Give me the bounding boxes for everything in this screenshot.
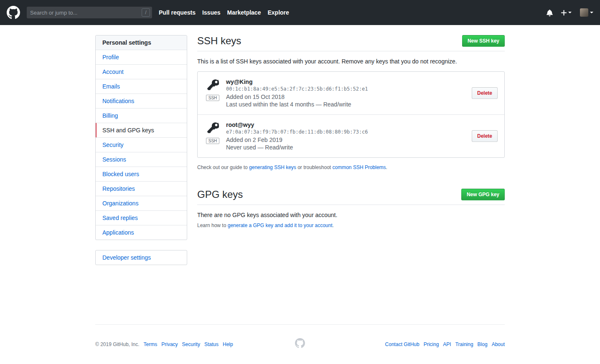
sidebar-item-billing[interactable]: Billing bbox=[96, 108, 187, 123]
ssh-key-name: wy@King bbox=[226, 78, 465, 85]
octocat-icon bbox=[295, 338, 305, 348]
common-ssh-problems-link[interactable]: common SSH Problems bbox=[333, 164, 386, 170]
sidebar-item-sessions[interactable]: Sessions bbox=[96, 152, 187, 167]
sidebar-item-repositories[interactable]: Repositories bbox=[96, 181, 187, 196]
ssh-keys-description: This is a list of SSH keys associated wi… bbox=[197, 58, 505, 65]
sidebar-item-applications[interactable]: Applications bbox=[96, 225, 187, 240]
generate-gpg-key-link[interactable]: generate a GPG key and add it to your ac… bbox=[228, 222, 333, 228]
footer-link-pricing[interactable]: Pricing bbox=[424, 341, 439, 347]
ssh-key-usage: Last used within the last 4 months — Rea… bbox=[226, 101, 465, 108]
sidebar-item-notifications[interactable]: Notifications bbox=[96, 94, 187, 108]
ssh-key-row: SSH wy@King 00:1c:b1:8a:49:e5:5a:2f:7c:2… bbox=[198, 72, 504, 114]
gpg-help-text: . bbox=[333, 222, 334, 228]
plus-icon bbox=[561, 9, 567, 16]
ssh-key-added-date: Added on 15 Oct 2018 bbox=[226, 94, 465, 100]
page-footer: © 2019 GitHub, Inc. Terms Privacy Securi… bbox=[95, 324, 505, 364]
ssh-key-usage: Never used — Read/write bbox=[226, 144, 465, 151]
footer-link-privacy[interactable]: Privacy bbox=[161, 341, 178, 347]
sidebar-item-emails[interactable]: Emails bbox=[96, 79, 187, 94]
new-gpg-key-button[interactable]: New GPG key bbox=[461, 189, 505, 200]
gpg-keys-title: GPG keys bbox=[197, 189, 243, 200]
ssh-help-text: Check out our guide to bbox=[197, 164, 249, 170]
ssh-badge: SSH bbox=[206, 95, 220, 101]
settings-main: SSH keys New SSH key This is a list of S… bbox=[197, 35, 505, 275]
gpg-help-text: Learn how to bbox=[197, 222, 228, 228]
header-right-controls bbox=[538, 8, 593, 17]
delete-ssh-key-button[interactable]: Delete bbox=[472, 87, 498, 99]
ssh-key-fingerprint: e7:0a:07:3a:f9:7b:07:fb:de:11:db:08:80:9… bbox=[226, 129, 465, 135]
ssh-key-info: root@wyy e7:0a:07:3a:f9:7b:07:fb:de:11:d… bbox=[226, 121, 465, 151]
ssh-key-figure: SSH bbox=[204, 78, 221, 101]
top-navbar: / Pull requests Issues Marketplace Explo… bbox=[0, 0, 600, 25]
footer-right-links: Contact GitHub Pricing API Training Blog… bbox=[381, 341, 505, 347]
primary-nav: Pull requests Issues Marketplace Explore bbox=[159, 9, 296, 16]
footer-link-status[interactable]: Status bbox=[204, 341, 219, 347]
developer-settings-menu: Developer settings bbox=[95, 250, 187, 265]
search-box[interactable]: / bbox=[27, 7, 152, 18]
sidebar-item-account[interactable]: Account bbox=[96, 64, 187, 79]
gpg-help-note: Learn how to generate a GPG key and add … bbox=[197, 222, 505, 228]
ssh-key-info: wy@King 00:1c:b1:8a:49:e5:5a:2f:7c:23:5b… bbox=[226, 78, 465, 108]
footer-link-terms[interactable]: Terms bbox=[144, 341, 158, 347]
personal-settings-menu: Personal settings Profile Account Emails… bbox=[95, 35, 187, 240]
ssh-help-note: Check out our guide to generating SSH ke… bbox=[197, 164, 505, 170]
chevron-down-icon bbox=[568, 12, 572, 13]
key-icon bbox=[206, 121, 219, 136]
octocat-icon bbox=[7, 6, 20, 19]
nav-pull-requests[interactable]: Pull requests bbox=[159, 9, 196, 16]
sidebar-item-blocked-users[interactable]: Blocked users bbox=[96, 167, 187, 181]
delete-ssh-key-button[interactable]: Delete bbox=[472, 130, 498, 142]
github-logo[interactable] bbox=[7, 6, 20, 19]
footer-github-logo[interactable] bbox=[295, 338, 305, 349]
copyright-text: © 2019 GitHub, Inc. bbox=[95, 341, 140, 347]
sidebar-item-ssh-gpg-keys[interactable]: SSH and GPG keys bbox=[96, 123, 187, 137]
bell-icon bbox=[547, 9, 553, 16]
footer-left-links: © 2019 GitHub, Inc. Terms Privacy Securi… bbox=[95, 341, 237, 347]
sidebar-item-security[interactable]: Security bbox=[96, 137, 187, 152]
nav-issues[interactable]: Issues bbox=[202, 9, 221, 16]
notifications-button[interactable] bbox=[547, 9, 553, 16]
personal-settings-heading: Personal settings bbox=[96, 35, 187, 50]
gpg-keys-section: GPG keys New GPG key There are no GPG ke… bbox=[197, 189, 505, 228]
ssh-help-text: or troubleshoot bbox=[296, 164, 333, 170]
ssh-key-name: root@wyy bbox=[226, 121, 465, 128]
sidebar-item-saved-replies[interactable]: Saved replies bbox=[96, 210, 187, 225]
footer-link-blog[interactable]: Blog bbox=[478, 341, 488, 347]
key-icon bbox=[206, 78, 219, 93]
chevron-down-icon bbox=[590, 12, 593, 13]
new-ssh-key-button[interactable]: New SSH key bbox=[462, 35, 505, 47]
footer-link-help[interactable]: Help bbox=[223, 341, 233, 347]
generating-ssh-keys-link[interactable]: generating SSH keys bbox=[249, 164, 296, 170]
ssh-key-row: SSH root@wyy e7:0a:07:3a:f9:7b:07:fb:de:… bbox=[198, 114, 504, 157]
nav-explore[interactable]: Explore bbox=[267, 9, 289, 16]
footer-link-training[interactable]: Training bbox=[455, 341, 473, 347]
ssh-badge: SSH bbox=[206, 138, 220, 144]
footer-link-api[interactable]: API bbox=[443, 341, 451, 347]
footer-link-security[interactable]: Security bbox=[182, 341, 200, 347]
create-new-button[interactable] bbox=[561, 9, 572, 16]
slash-key-hint: / bbox=[142, 8, 150, 17]
footer-link-about[interactable]: About bbox=[492, 341, 505, 347]
ssh-help-text: . bbox=[386, 164, 387, 170]
ssh-key-list: SSH wy@King 00:1c:b1:8a:49:e5:5a:2f:7c:2… bbox=[197, 71, 505, 158]
sidebar-item-developer-settings[interactable]: Developer settings bbox=[96, 250, 187, 265]
avatar bbox=[580, 8, 588, 17]
search-input[interactable] bbox=[27, 10, 142, 16]
footer-link-contact-github[interactable]: Contact GitHub bbox=[385, 341, 419, 347]
nav-marketplace[interactable]: Marketplace bbox=[227, 9, 261, 16]
ssh-keys-title: SSH keys bbox=[197, 35, 241, 47]
sidebar-item-organizations[interactable]: Organizations bbox=[96, 196, 187, 210]
ssh-key-fingerprint: 00:1c:b1:8a:49:e5:5a:2f:7c:23:5b:d6:f1:b… bbox=[226, 86, 465, 92]
profile-button[interactable] bbox=[580, 8, 593, 17]
sidebar-item-profile[interactable]: Profile bbox=[96, 50, 187, 64]
ssh-key-added-date: Added on 2 Feb 2019 bbox=[226, 136, 465, 143]
ssh-key-figure: SSH bbox=[204, 121, 221, 144]
gpg-empty-text: There are no GPG keys associated with yo… bbox=[197, 212, 505, 218]
settings-sidebar: Personal settings Profile Account Emails… bbox=[95, 35, 187, 275]
ssh-keys-section: SSH keys New SSH key This is a list of S… bbox=[197, 35, 505, 170]
